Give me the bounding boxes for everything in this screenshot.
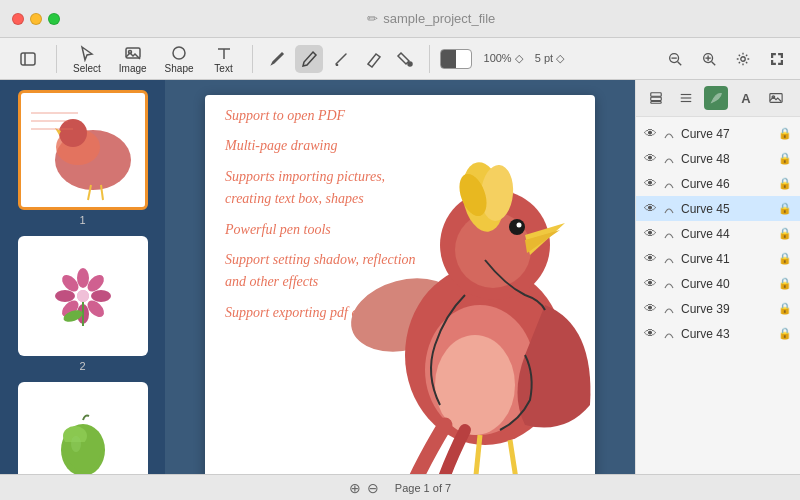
panel-toolbar: A: [636, 80, 800, 117]
zoom-in-button[interactable]: [696, 46, 722, 72]
layer-lock-icon[interactable]: 🔒: [778, 252, 792, 265]
layer-item[interactable]: 👁 Curve 40 🔒: [636, 271, 800, 296]
page-thumbnail-3[interactable]: 3: [8, 382, 157, 474]
traffic-lights: [12, 13, 60, 25]
main-toolbar: Select Image Shape Text: [0, 38, 800, 80]
fullscreen-button[interactable]: [764, 46, 790, 72]
svg-line-10: [678, 61, 682, 65]
bottom-bar: ⊕ ⊖ Page 1 of 7: [0, 474, 800, 500]
remove-page-button[interactable]: ⊖: [367, 480, 379, 496]
layer-item[interactable]: 👁 Curve 45 🔒: [636, 196, 800, 221]
panel-text-button[interactable]: A: [734, 86, 758, 110]
fill-tool[interactable]: [391, 45, 419, 73]
svg-rect-64: [651, 102, 662, 104]
svg-point-35: [77, 290, 89, 302]
close-button[interactable]: [12, 13, 24, 25]
layer-lock-icon[interactable]: 🔒: [778, 327, 792, 340]
layer-item[interactable]: 👁 Curve 46 🔒: [636, 171, 800, 196]
svg-point-33: [55, 290, 75, 302]
modified-indicator: ✏: [367, 11, 378, 26]
layer-name-48: Curve 48: [681, 152, 772, 166]
page-number-1: 1: [79, 214, 85, 226]
toolbar-sep-1: [56, 45, 57, 73]
stroke-size[interactable]: 5 pt ◇: [535, 52, 564, 65]
layer-lock-icon[interactable]: 🔒: [778, 302, 792, 315]
layer-eye-icon[interactable]: 👁: [644, 226, 657, 241]
layer-name-44: Curve 44: [681, 227, 772, 241]
canvas-area[interactable]: Support to open PDF Multi-page drawing S…: [165, 80, 635, 474]
layer-item[interactable]: 👁 Curve 48 🔒: [636, 146, 800, 171]
layer-item[interactable]: 👁 Curve 47 🔒: [636, 121, 800, 146]
svg-rect-62: [651, 93, 662, 97]
layer-eye-icon[interactable]: 👁: [644, 176, 657, 191]
svg-point-8: [408, 62, 412, 66]
page-info-label: Page 1 of 7: [395, 482, 451, 494]
bird-illustration: [325, 115, 595, 474]
layer-name-41: Curve 41: [681, 252, 772, 266]
bottom-left-controls: ⊕ ⊖: [349, 480, 379, 496]
select-tool-button[interactable]: Select: [67, 41, 107, 77]
zoom-level[interactable]: 100% ◇: [484, 52, 523, 65]
pen-tool[interactable]: [295, 45, 323, 73]
settings-button[interactable]: [730, 46, 756, 72]
svg-line-55: [510, 440, 520, 474]
layer-lock-icon[interactable]: 🔒: [778, 177, 792, 190]
layer-item[interactable]: 👁 Curve 43 🔒: [636, 321, 800, 346]
maximize-button[interactable]: [48, 13, 60, 25]
layer-lock-icon[interactable]: 🔒: [778, 127, 792, 140]
layer-item[interactable]: 👁 Curve 44 🔒: [636, 221, 800, 246]
layer-name-40: Curve 40: [681, 277, 772, 291]
layer-lock-icon[interactable]: 🔒: [778, 152, 792, 165]
titlebar: ✏ sample_project_file: [0, 0, 800, 38]
drawing-tools-group: [263, 45, 419, 73]
svg-point-49: [509, 219, 525, 235]
toolbar-sep-3: [429, 45, 430, 73]
layer-eye-icon[interactable]: 👁: [644, 251, 657, 266]
layer-eye-icon[interactable]: 👁: [644, 276, 657, 291]
layer-eye-icon[interactable]: 👁: [644, 151, 657, 166]
layer-item[interactable]: 👁 Curve 39 🔒: [636, 296, 800, 321]
svg-rect-63: [651, 97, 662, 101]
layer-lock-icon[interactable]: 🔒: [778, 227, 792, 240]
layer-name-45: Curve 45: [681, 202, 772, 216]
thumbnail-frame-3: [18, 382, 148, 474]
panel-layers-button[interactable]: [644, 86, 668, 110]
layer-eye-icon[interactable]: 👁: [644, 301, 657, 316]
layer-lock-icon[interactable]: 🔒: [778, 277, 792, 290]
layer-eye-icon[interactable]: 👁: [644, 326, 657, 341]
svg-point-16: [741, 56, 745, 60]
minimize-button[interactable]: [30, 13, 42, 25]
page-thumbnail-1[interactable]: 1: [8, 90, 157, 226]
layer-name-39: Curve 39: [681, 302, 772, 316]
sidebar-toggle-button[interactable]: [10, 47, 46, 71]
panel-image-button[interactable]: [764, 86, 788, 110]
toolbar-right: [662, 46, 790, 72]
text-tool-button[interactable]: Text: [206, 41, 242, 77]
svg-point-50: [517, 223, 522, 228]
thumbnail-frame-1: [18, 90, 148, 210]
svg-rect-0: [21, 53, 35, 65]
eraser-tool[interactable]: [359, 45, 387, 73]
image-tool-button[interactable]: Image: [113, 41, 153, 77]
shape-tool-button[interactable]: Shape: [159, 41, 200, 77]
page-thumbnail-2[interactable]: 2: [8, 236, 157, 372]
page-number-2: 2: [79, 360, 85, 372]
color-swatch[interactable]: [440, 49, 472, 69]
panel-leaf-button[interactable]: [704, 86, 728, 110]
layers-list: 👁 Curve 47 🔒 👁 Curve 48 🔒 👁: [636, 117, 800, 474]
brush-tool[interactable]: [327, 45, 355, 73]
pencil-tool[interactable]: [263, 45, 291, 73]
layer-item[interactable]: 👁 Curve 41 🔒: [636, 246, 800, 271]
thumbnail-frame-2: [18, 236, 148, 356]
svg-line-13: [712, 61, 716, 65]
panel-list-button[interactable]: [674, 86, 698, 110]
layer-lock-icon[interactable]: 🔒: [778, 202, 792, 215]
page-thumbnails-sidebar: 1 2: [0, 80, 165, 474]
layer-name-47: Curve 47: [681, 127, 772, 141]
layers-panel: A 👁 Curve 47 🔒 👁: [635, 80, 800, 474]
layer-eye-icon[interactable]: 👁: [644, 201, 657, 216]
zoom-out-button[interactable]: [662, 46, 688, 72]
svg-point-40: [71, 436, 81, 452]
layer-eye-icon[interactable]: 👁: [644, 126, 657, 141]
add-page-button[interactable]: ⊕: [349, 480, 361, 496]
